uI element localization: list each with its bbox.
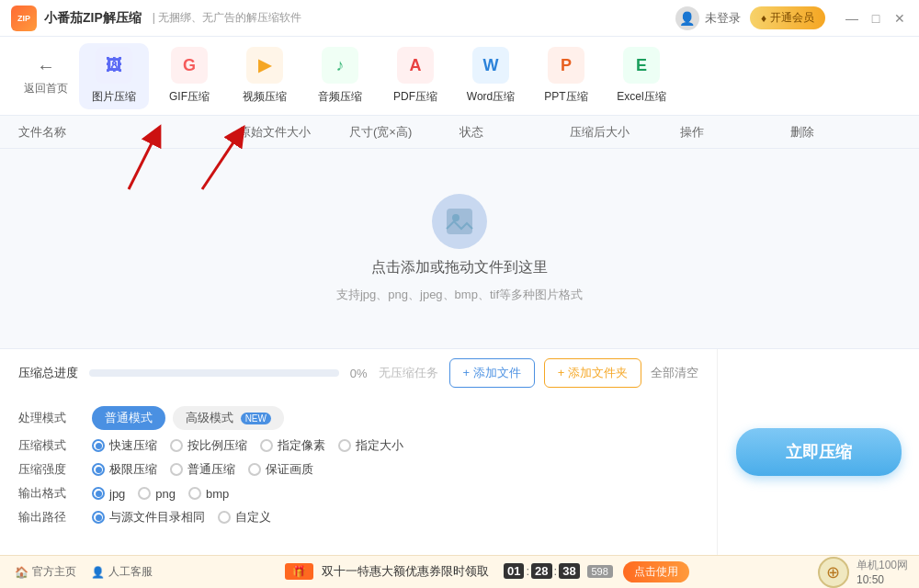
progress-actions: + 添加文件 + 添加文件夹 全部清空 — [449, 358, 698, 388]
compress-level-group: 极限压缩 普通压缩 保证画质 — [92, 461, 313, 478]
progress-pct: 0% — [350, 367, 368, 380]
compress-mode-option-0[interactable]: 快速压缩 — [92, 437, 157, 454]
options-panel: 压缩总进度 0% 无压缩任务 + 添加文件 + 添加文件夹 全部清空 处理模式 — [0, 349, 717, 555]
statusbar: 🏠 官方主页 👤 人工客服 🎁 双十一特惠大额优惠券限时领取 01 : 28 :… — [0, 555, 919, 588]
progress-bar-wrap — [89, 369, 339, 377]
mode-buttons: 普通模式 高级模式 NEW — [92, 406, 284, 430]
toolbar-item-img[interactable]: 🖼 图片压缩 — [79, 43, 149, 109]
normal-mode-button[interactable]: 普通模式 — [92, 406, 165, 430]
output-path-row: 输出路径 与源文件目录相同 自定义 — [18, 509, 698, 526]
avatar: 👤 — [675, 6, 699, 30]
mode-label: 处理模式 — [18, 410, 77, 426]
toolbar-label-excel: Excel压缩 — [617, 89, 665, 105]
toolbar-item-word[interactable]: W Word压缩 — [456, 43, 526, 109]
compress-mode-group: 快速压缩 按比例压缩 指定像素 指定大小 — [92, 437, 403, 454]
countdown: 01 : 28 : 38 598 — [504, 563, 613, 579]
add-file-button[interactable]: + 添加文件 — [449, 358, 535, 388]
table-header-3: 状态 — [460, 124, 570, 141]
compress-level-option-0[interactable]: 极限压缩 — [92, 461, 157, 478]
countdown-seconds: 38 — [559, 563, 579, 579]
compress-mode-option-2[interactable]: 指定像素 — [260, 437, 325, 454]
official-site-link[interactable]: 🏠 官方主页 — [15, 564, 76, 580]
toolbar-item-gif[interactable]: G GIF压缩 — [154, 43, 224, 109]
output-format-option-2[interactable]: bmp — [188, 487, 229, 501]
toolbar-item-ppt[interactable]: P PPT压缩 — [531, 43, 601, 109]
radio-circle — [92, 487, 105, 500]
countdown-minutes: 28 — [531, 563, 551, 579]
customer-service-link[interactable]: 👤 人工客服 — [91, 564, 153, 580]
toolbar-item-video[interactable]: ▶ 视频压缩 — [230, 43, 300, 109]
output-format-row: 输出格式 jpg png bmp — [18, 485, 698, 502]
svg-rect-0 — [447, 209, 472, 234]
toolbar-label-gif: GIF压缩 — [169, 89, 210, 105]
radio-circle — [92, 511, 105, 524]
toolbar-icon-gif: G — [171, 47, 208, 84]
close-button[interactable]: ✕ — [891, 10, 908, 27]
toolbar: ← 返回首页 🖼 图片压缩 G GIF压缩 ▶ 视频压缩 ♪ 音频压缩 — [0, 37, 919, 116]
table-header-0: 文件名称 — [18, 124, 239, 141]
radio-circle — [92, 439, 105, 452]
back-button[interactable]: ← 返回首页 — [18, 43, 74, 109]
output-format-label: 输出格式 — [18, 485, 77, 502]
new-badge: NEW — [241, 413, 271, 424]
compress-level-label: 压缩强度 — [18, 461, 77, 478]
compress-mode-option-3[interactable]: 指定大小 — [338, 437, 403, 454]
lower-panel: 压缩总进度 0% 无压缩任务 + 添加文件 + 添加文件夹 全部清空 处理模式 — [0, 349, 919, 555]
countdown-hours: 01 — [504, 563, 524, 579]
advanced-mode-button[interactable]: 高级模式 NEW — [173, 406, 284, 430]
output-format-option-0[interactable]: jpg — [92, 487, 125, 501]
add-folder-button[interactable]: + 添加文件夹 — [544, 358, 641, 388]
watermark: 单机100网 — [857, 558, 908, 573]
mode-row: 处理模式 普通模式 高级模式 NEW — [18, 406, 698, 430]
statusbar-promo: 🎁 双十一特惠大额优惠券限时领取 01 : 28 : 38 598 点击使用 — [167, 561, 807, 582]
output-path-option-0[interactable]: 与源文件目录相同 — [92, 509, 205, 526]
toolbar-icon-img: 🖼 — [96, 47, 132, 84]
app-title: 小番茄ZIP解压缩 — [44, 10, 142, 27]
toolbar-label-video: 视频压缩 — [243, 89, 287, 105]
start-area: 立即压缩 — [717, 349, 919, 555]
back-icon: ← — [37, 56, 55, 77]
titlebar: ZIP 小番茄ZIP解压缩 | 无捆绑、无广告的解压缩软件 👤 未登录 ♦ 开通… — [0, 0, 919, 37]
service-icon: 👤 — [91, 566, 105, 579]
user-label: 未登录 — [705, 10, 741, 27]
output-path-option-1[interactable]: 自定义 — [218, 509, 271, 526]
compress-level-option-1[interactable]: 普通压缩 — [170, 461, 235, 478]
drop-zone[interactable]: 点击添加或拖动文件到这里 支持jpg、png、jpeg、bmp、tif等多种图片… — [0, 149, 919, 349]
toolbar-label-audio: 音频压缩 — [318, 89, 362, 105]
table-header-6: 删除 — [790, 124, 901, 141]
table-header-1: 原始文件大小 — [239, 124, 349, 141]
vip-button[interactable]: ♦ 开通会员 — [750, 6, 825, 29]
table-header-2: 尺寸(宽×高) — [349, 124, 460, 141]
clear-button[interactable]: 全部清空 — [651, 365, 698, 381]
toolbar-item-pdf[interactable]: A PDF压缩 — [380, 43, 450, 109]
progress-label: 压缩总进度 — [18, 365, 78, 381]
toolbar-label-ppt: PPT压缩 — [544, 89, 587, 105]
toolbar-icon-audio: ♪ — [322, 47, 358, 84]
radio-circle — [338, 439, 351, 452]
radio-circle — [138, 487, 151, 500]
output-path-group: 与源文件目录相同 自定义 — [92, 509, 271, 526]
toolbar-label-img: 图片压缩 — [92, 89, 136, 105]
vip-icon: ♦ — [761, 12, 766, 25]
maximize-button[interactable]: □ — [868, 10, 884, 27]
drop-sub-text: 支持jpg、png、jpeg、bmp、tif等多种图片格式 — [336, 287, 583, 303]
table-header-4: 压缩后大小 — [570, 124, 680, 141]
user-info: 👤 未登录 — [675, 6, 741, 30]
progress-status: 无压缩任务 — [379, 365, 438, 381]
toolbar-icon-video: ▶ — [246, 47, 283, 84]
toolbar-icon-ppt: P — [548, 47, 584, 84]
output-format-option-1[interactable]: png — [138, 487, 176, 501]
promo-button[interactable]: 点击使用 — [623, 561, 689, 582]
compress-level-option-2[interactable]: 保证画质 — [248, 461, 313, 478]
toolbar-item-excel[interactable]: E Excel压缩 — [607, 43, 676, 109]
minimize-button[interactable]: — — [844, 10, 860, 27]
drop-icon — [432, 194, 487, 249]
statusbar-left: 🏠 官方主页 👤 人工客服 — [0, 564, 167, 580]
home-icon: 🏠 — [15, 566, 28, 579]
start-button[interactable]: 立即压缩 — [736, 428, 902, 476]
compress-mode-option-1[interactable]: 按比例压缩 — [170, 437, 247, 454]
toolbar-item-audio[interactable]: ♪ 音频压缩 — [305, 43, 375, 109]
radio-circle — [170, 463, 183, 476]
window-controls: — □ ✕ — [844, 10, 908, 27]
table-header: 文件名称原始文件大小尺寸(宽×高)状态压缩后大小操作删除 — [0, 116, 919, 149]
